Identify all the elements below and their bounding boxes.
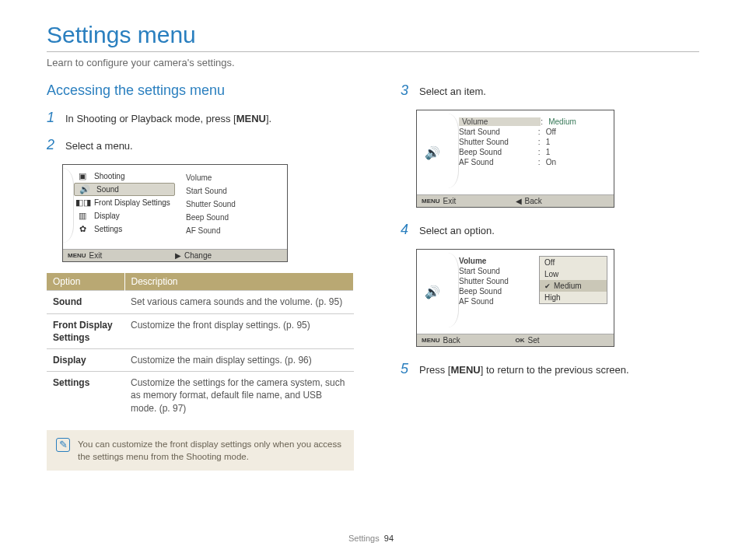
footer-section: Settings — [348, 534, 380, 543]
left-column: Accessing the settings menu 1 In Shootin… — [47, 82, 354, 471]
right-arrow-icon: ▶ — [175, 251, 181, 260]
list-row: AF Sound:On — [459, 157, 609, 167]
option-popup: Off Low ✔Medium High — [539, 256, 607, 304]
speaker-icon: 🔊 — [78, 184, 92, 194]
submenu-item: Beep Sound — [186, 211, 279, 224]
list-row: Shutter Sound:1 — [459, 137, 609, 147]
opt-name: Display — [47, 348, 124, 371]
submenu-item: Start Sound — [186, 184, 279, 198]
table-row: Front Display SettingsCustomize the fron… — [47, 313, 354, 348]
screen-icon: ▥ — [75, 211, 89, 221]
label: Settings — [94, 225, 122, 233]
step-3-text: Select an item. — [419, 85, 486, 99]
footer-page-number: 94 — [384, 534, 394, 543]
camera-icon: ▣ — [75, 171, 89, 181]
label: Front Display Settings — [94, 198, 170, 207]
camera-screen-menu: ▣Shooting 🔊Sound ◧◨Front Display Setting… — [62, 164, 288, 262]
text: ] to return to the previous screen. — [481, 364, 629, 376]
step-1: 1 In Shooting or Playback mode, press [M… — [47, 110, 354, 126]
step-5-text: Press [MENU] to return to the previous s… — [419, 363, 629, 377]
submenu-item: Shutter Sound — [186, 198, 279, 211]
opt-desc: Customize the front display settings. (p… — [124, 313, 354, 348]
step-2: 2 Select a menu. — [47, 137, 354, 153]
step-2-text: Select a menu. — [65, 139, 133, 153]
opt-desc: Set various camera sounds and the volume… — [124, 291, 354, 313]
table-row: SoundSet various camera sounds and the v… — [47, 291, 354, 313]
note-icon: ✎ — [56, 438, 70, 452]
display-icon: ◧◨ — [75, 198, 89, 208]
footer-back: Back — [443, 336, 460, 345]
opt-name: Front Display Settings — [47, 313, 124, 348]
th-option: Option — [47, 273, 124, 291]
label: Medium — [554, 282, 582, 290]
text: ]. — [266, 113, 271, 124]
submenu-item: AF Sound — [186, 224, 279, 237]
settings-list: Volume:Medium Start Sound:Off Shutter So… — [448, 110, 614, 194]
menu-tag: MENU — [68, 252, 86, 259]
menu-item-settings: ✿Settings — [71, 222, 178, 236]
label: Shooting — [94, 172, 124, 180]
popup-item: Low — [540, 268, 607, 280]
step-number: 4 — [401, 222, 413, 238]
menu-item-sound: 🔊Sound — [74, 183, 175, 196]
menu-left-pane: ▣Shooting 🔊Sound ◧◨Front Display Setting… — [63, 165, 178, 249]
note-text: You can customize the front display sett… — [78, 438, 345, 463]
title-rule — [47, 51, 699, 52]
right-column: 3 Select an item. 🔊 Volume:Medium Start … — [401, 82, 699, 471]
speaker-icon: 🔊 — [417, 110, 448, 194]
note-box: ✎ You can customize the front display se… — [47, 430, 354, 471]
label: AF Sound — [459, 158, 538, 166]
menu-button-label: MENU — [450, 364, 480, 376]
check-icon: ✔ — [544, 282, 551, 290]
screen-footer: MENUExit ◀Back — [417, 194, 614, 207]
speaker-icon: 🔊 — [417, 250, 448, 334]
page-title: Settings menu — [47, 22, 699, 48]
opt-name: Sound — [47, 291, 124, 313]
footer-back: Back — [525, 197, 542, 205]
text: Press [ — [419, 364, 450, 376]
value: On — [546, 158, 609, 166]
label: Start Sound — [459, 128, 538, 136]
step-4: 4 Select an option. — [401, 222, 699, 238]
step-number: 5 — [401, 361, 413, 377]
table-row: SettingsCustomize the settings for the c… — [47, 372, 354, 419]
opt-desc: Customize the main display settings. (p.… — [124, 348, 354, 371]
label: Beep Sound — [459, 148, 538, 156]
list-row: Beep Sound:1 — [459, 147, 609, 157]
submenu-item: Volume — [186, 171, 279, 184]
footer-change: Change — [184, 251, 212, 260]
section-heading: Accessing the settings menu — [47, 82, 354, 99]
step-number: 2 — [47, 137, 59, 153]
popup-item: Off — [540, 257, 607, 268]
text: In Shooting or Playback mode, press [ — [65, 113, 236, 124]
footer-set: Set — [528, 336, 540, 345]
menu-tag: MENU — [422, 198, 440, 205]
step-number: 3 — [401, 82, 413, 99]
menu-item-front-display: ◧◨Front Display Settings — [71, 196, 178, 209]
popup-item-selected: ✔Medium — [540, 280, 607, 292]
value: 1 — [546, 148, 609, 156]
step-1-text: In Shooting or Playback mode, press [MEN… — [65, 112, 271, 126]
list-row: Volume:Medium — [459, 117, 609, 127]
left-arrow-icon: ◀ — [516, 197, 522, 205]
camera-screen-item: 🔊 Volume:Medium Start Sound:Off Shutter … — [416, 110, 614, 208]
footer-exit: Exit — [443, 197, 457, 205]
page-footer: Settings 94 — [0, 534, 742, 543]
label: Volume — [459, 117, 541, 126]
menu-item-shooting: ▣Shooting — [71, 170, 178, 183]
label: Sound — [96, 185, 119, 194]
camera-screen-option: 🔊 Volume Start Sound Shutter Sound Beep … — [416, 249, 614, 347]
label: Shutter Sound — [459, 138, 538, 146]
footer-exit: Exit — [89, 251, 103, 260]
menu-right-pane: Volume Start Sound Shutter Sound Beep So… — [178, 165, 287, 249]
menu-item-display: ▥Display — [71, 209, 178, 222]
opt-desc: Customize the settings for the camera sy… — [124, 372, 354, 419]
value: 1 — [546, 138, 609, 146]
popup-item: High — [540, 292, 607, 303]
step-5: 5 Press [MENU] to return to the previous… — [401, 361, 699, 377]
options-table: Option Description SoundSet various came… — [47, 273, 354, 418]
ok-tag: OK — [516, 337, 525, 344]
table-row: DisplayCustomize the main display settin… — [47, 348, 354, 371]
label: Display — [94, 212, 120, 220]
screen-footer: MENUExit ▶Change — [63, 249, 287, 261]
